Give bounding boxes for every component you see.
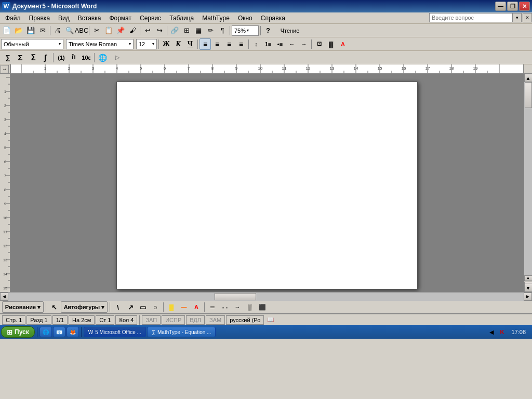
line-spacing-button[interactable]: ↕ — [250, 38, 262, 50]
svg-text:17: 17 — [425, 66, 430, 71]
columns-button[interactable]: ▦ — [193, 25, 204, 36]
drawing-menu-button[interactable]: Рисование ▾ — [2, 301, 44, 313]
menu-table[interactable]: Таблица — [165, 14, 198, 23]
arrow-style-btn[interactable]: → — [232, 301, 243, 313]
status-dict-icon[interactable]: 📖 — [267, 316, 274, 323]
dash-style-btn[interactable]: - - — [219, 301, 231, 313]
redo-button[interactable]: ↪ — [154, 25, 165, 36]
svg-text:8: 8 — [4, 188, 6, 192]
align-center-button[interactable]: ≡ — [211, 38, 223, 50]
table-button[interactable]: ⊞ — [181, 25, 192, 36]
ruler-corner-btn[interactable]: ↔ — [1, 65, 9, 73]
tray-icon-kaspersky[interactable]: K — [498, 328, 506, 336]
copy-button[interactable]: 📋 — [103, 25, 114, 36]
shadow-btn[interactable]: ▒ — [244, 301, 256, 313]
help-search-btn[interactable]: ▾ — [512, 13, 522, 22]
svg-text:19: 19 — [473, 66, 478, 71]
underline-button[interactable]: Ч — [184, 38, 196, 50]
help-search-input[interactable] — [429, 13, 512, 22]
select-button[interactable]: ↖ — [48, 301, 60, 313]
menu-tools[interactable]: Сервис — [136, 14, 165, 23]
h-scroll-thumb[interactable] — [215, 293, 256, 300]
show-hide-button[interactable]: ¶ — [217, 25, 228, 36]
dot-button[interactable]: i̊i — [68, 52, 79, 63]
globe-button[interactable]: 🌐 — [97, 52, 108, 63]
sum-large-button[interactable]: Ʃ — [27, 52, 38, 63]
menu-mathtype[interactable]: MathType — [198, 14, 234, 23]
hyperlink-button[interactable]: 🔗 — [169, 25, 180, 36]
auto-shapes-button[interactable]: Автофигуры ▾ — [61, 301, 108, 313]
menu-window[interactable]: Окно — [234, 14, 257, 23]
italic-button[interactable]: К — [172, 38, 184, 50]
undo-button[interactable]: ↩ — [142, 25, 153, 36]
quicklaunch-email[interactable]: 📧 — [53, 327, 65, 337]
font-color-button[interactable]: A — [337, 38, 349, 50]
help-button[interactable]: ? — [262, 25, 274, 36]
menu-file[interactable]: Файл — [1, 14, 25, 23]
size-dropdown[interactable]: 12 ▾ — [136, 39, 157, 49]
help-close-btn[interactable]: ✕ — [523, 13, 532, 22]
scroll-prev-page[interactable]: ● — [524, 275, 533, 281]
highlight-button[interactable]: ▓ — [325, 38, 337, 50]
function-button[interactable]: 10ε — [81, 52, 92, 63]
scroll-left-button[interactable]: ◄ — [0, 292, 8, 301]
taskbar-word[interactable]: W 5 Microsoft Office ... — [84, 327, 146, 337]
align-justify-button[interactable]: ≡ — [235, 38, 247, 50]
font-color-btn2[interactable]: A — [191, 301, 202, 313]
rect-tool[interactable]: ▭ — [137, 301, 149, 313]
zoom-dropdown[interactable]: 75% ▾ — [232, 25, 259, 36]
scroll-down-button[interactable]: ▼ — [524, 284, 533, 292]
menu-edit[interactable]: Правка — [25, 14, 55, 23]
spellcheck-button[interactable]: ABC — [76, 25, 87, 36]
sum-small-button[interactable]: ∑ — [2, 52, 14, 63]
paste-button[interactable]: 📌 — [115, 25, 126, 36]
sum-medium-button[interactable]: Σ — [15, 52, 26, 63]
3d-btn[interactable]: ⬛ — [257, 301, 268, 313]
print-button[interactable]: 🖨 — [52, 25, 63, 36]
format-painter[interactable]: 🖌 — [127, 25, 138, 36]
scroll-thumb[interactable] — [525, 82, 532, 108]
taskbar-mathtype[interactable]: ∑ MathType - Equation ... — [147, 327, 216, 337]
border-button[interactable]: ⊡ — [313, 38, 325, 50]
save-button[interactable]: 💾 — [25, 25, 36, 36]
document-page[interactable] — [116, 82, 418, 289]
scroll-right-button[interactable]: ► — [524, 292, 532, 301]
restore-button[interactable]: ❐ — [507, 2, 518, 11]
line-style-btn[interactable]: ═ — [207, 301, 218, 313]
scroll-up-button[interactable]: ▲ — [524, 74, 533, 82]
start-button[interactable]: ⊞ Пуск — [1, 326, 35, 338]
drawing-button[interactable]: ✏ — [205, 25, 216, 36]
cut-button[interactable]: ✂ — [91, 25, 102, 36]
menu-view[interactable]: Вид — [54, 14, 74, 23]
bullets-button[interactable]: •≡ — [274, 38, 286, 50]
fill-color-button[interactable]: ▓ — [166, 301, 177, 313]
numbering-button[interactable]: 1≡ — [262, 38, 274, 50]
menu-help[interactable]: Справка — [257, 14, 289, 23]
quicklaunch-ie[interactable]: 🌐 — [39, 327, 52, 337]
email-button[interactable]: ✉ — [37, 25, 48, 36]
oval-tool[interactable]: ○ — [150, 301, 161, 313]
title-bar-left: W Документ5 - Microsoft Word — [2, 2, 97, 10]
preview-button[interactable]: 🔍 — [64, 25, 75, 36]
quicklaunch-browser[interactable]: 🦊 — [66, 327, 79, 337]
font-dropdown[interactable]: Times New Roman ▾ — [66, 39, 134, 49]
increase-indent-button[interactable]: → — [298, 38, 310, 50]
tray-icon-1[interactable]: ◀ — [487, 328, 496, 336]
integral-button[interactable]: ∫ — [39, 52, 51, 63]
line-color-button[interactable]: — — [178, 301, 190, 313]
new-button[interactable]: 📄 — [1, 25, 12, 36]
minimize-button[interactable]: — — [495, 2, 506, 11]
arrow-tool[interactable]: ↗ — [125, 301, 136, 313]
menu-insert[interactable]: Вставка — [74, 14, 105, 23]
line-tool[interactable]: \ — [112, 301, 124, 313]
parentheses-button[interactable]: (1) — [56, 52, 67, 63]
bold-button[interactable]: Ж — [161, 38, 172, 50]
align-right-button[interactable]: ≡ — [223, 38, 235, 50]
align-left-button[interactable]: ≡ — [200, 38, 211, 50]
close-button[interactable]: ✕ — [519, 2, 530, 11]
open-button[interactable]: 📂 — [13, 25, 24, 36]
read-button[interactable]: Чтение — [274, 25, 305, 36]
decrease-indent-button[interactable]: ← — [286, 38, 298, 50]
menu-format[interactable]: Формат — [105, 14, 136, 23]
style-dropdown[interactable]: Обычный ▾ — [1, 39, 63, 49]
